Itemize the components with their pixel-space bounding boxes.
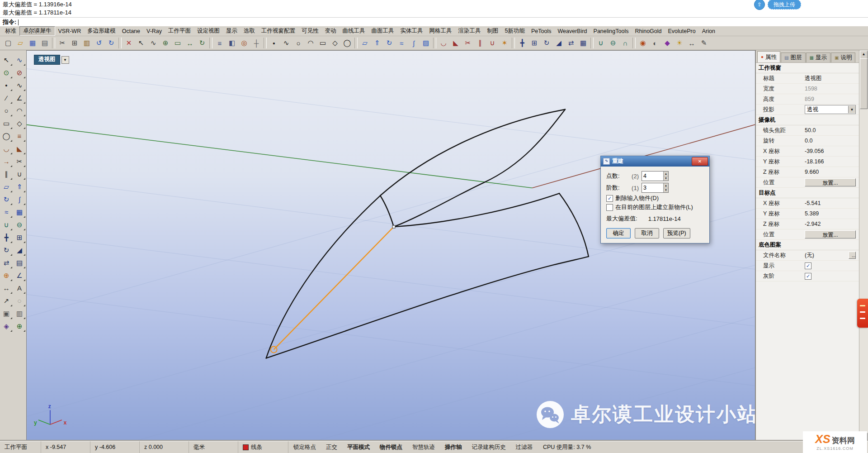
menu-item-10[interactable]: 选取 — [241, 27, 258, 35]
checkbox[interactable]: ✓ — [805, 262, 811, 269]
status-toggle-操作轴[interactable]: 操作轴 — [440, 443, 467, 451]
array-icon[interactable]: ▤ — [14, 257, 26, 269]
chevron-down-icon[interactable]: ▼ — [848, 106, 855, 113]
point-count-spinner[interactable]: ▲▼ — [663, 172, 668, 181]
pan-view-icon[interactable]: ↔ — [184, 37, 196, 49]
group-icon[interactable]: ◈ — [0, 320, 13, 332]
undo-icon[interactable]: ↺ — [93, 37, 105, 49]
split-icon[interactable]: ∥ — [474, 37, 486, 49]
extend-curve-icon[interactable]: → — [0, 155, 13, 167]
join-icon[interactable]: ∪ — [14, 168, 26, 180]
floating-badge[interactable] — [857, 299, 868, 328]
ellipse-icon[interactable]: ◯ — [0, 130, 13, 142]
viewport-title[interactable]: 透视图 — [34, 55, 60, 65]
status-toggle-锁定格点[interactable]: 锁定格点 — [288, 443, 321, 451]
rectangle-icon[interactable]: ▭ — [317, 37, 329, 49]
new-on-current-layer-checkbox[interactable] — [606, 204, 613, 211]
circle-icon[interactable]: ○ — [0, 105, 13, 117]
rotate-object-icon[interactable]: ↻ — [541, 37, 552, 49]
select-pointer-icon[interactable]: ↖ — [135, 37, 147, 49]
explode-icon[interactable]: ✶ — [499, 37, 510, 49]
place-button[interactable]: 放置... — [805, 230, 856, 238]
menu-item-15[interactable]: 曲面工具 — [368, 27, 397, 35]
command-input[interactable] — [18, 19, 19, 25]
boolean-union-icon[interactable]: ∪ — [595, 37, 607, 49]
annotate-icon[interactable]: ✎ — [698, 37, 710, 49]
menu-item-21[interactable]: PeTools — [528, 28, 554, 35]
layer-tools-icon[interactable]: ▥ — [14, 307, 26, 319]
points-off-icon[interactable]: ⊘ — [14, 67, 26, 79]
menu-item-19[interactable]: 制图 — [484, 27, 502, 35]
status-layer[interactable]: 线条 — [238, 441, 288, 453]
surface-plane-icon[interactable]: ▱ — [359, 37, 371, 49]
offset-curve-icon[interactable]: ≡ — [14, 130, 26, 142]
extrude-surface-icon[interactable]: ⇑ — [14, 181, 26, 193]
boolean-union-icon[interactable]: ∪ — [0, 219, 13, 231]
array-icon[interactable]: ▦ — [577, 37, 589, 49]
fillet-icon[interactable]: ◡ — [438, 37, 449, 49]
move-icon[interactable]: ╋ — [0, 231, 13, 243]
place-button[interactable]: 放置... — [805, 178, 856, 186]
status-toggle-记录建构历史[interactable]: 记录建构历史 — [467, 443, 511, 451]
menu-item-12[interactable]: 可见性 — [298, 27, 322, 35]
arc-icon[interactable]: ◠ — [305, 37, 316, 49]
copy-object-icon[interactable]: ⊞ — [528, 37, 540, 49]
rotate-view-icon[interactable]: ↻ — [196, 37, 208, 49]
tab-layers[interactable]: ▤图层 — [781, 52, 805, 62]
move-icon[interactable]: ╋ — [516, 37, 528, 49]
status-toggle-智慧轨迹[interactable]: 智慧轨迹 — [407, 443, 440, 451]
tab-help[interactable]: ▣说明 — [831, 52, 855, 62]
upload-button[interactable]: 拖拽上传 — [768, 0, 801, 10]
object-snap-icon[interactable]: ◎ — [238, 37, 250, 49]
dialog-close-button[interactable]: ✕ — [692, 157, 708, 166]
menu-item-9[interactable]: 显示 — [223, 27, 241, 35]
status-toggle-过滤器[interactable]: 过滤器 — [511, 443, 538, 451]
render-icon[interactable]: ◉ — [637, 37, 649, 49]
menu-item-8[interactable]: 设定视图 — [194, 27, 223, 35]
model-curve[interactable] — [559, 193, 589, 257]
patch-icon[interactable]: ▨ — [420, 37, 432, 49]
status-toggle-平面模式[interactable]: 平面模式 — [342, 443, 375, 451]
cancel-button[interactable]: 取消 — [635, 228, 659, 238]
delete-icon[interactable]: ✕ — [123, 37, 135, 49]
mirror-icon[interactable]: ⇄ — [0, 257, 13, 269]
lights-icon[interactable]: ☀ — [674, 37, 685, 49]
menu-item-4[interactable]: 多边形建模 — [84, 27, 119, 35]
scale-object-icon[interactable]: ◢ — [553, 37, 565, 49]
cut-icon[interactable]: ✂ — [57, 37, 68, 49]
trim-icon[interactable]: ✂ — [462, 37, 474, 49]
hide-object-icon[interactable]: ◌ — [14, 295, 26, 307]
sweep-icon[interactable]: ∫ — [408, 37, 420, 49]
menu-item-16[interactable]: 实体工具 — [397, 27, 426, 35]
menu-item-25[interactable]: EvolutePro — [665, 28, 699, 35]
viewport-perspective[interactable]: zxy 透视图 ▼ 卓尔谟工业设计小站 — [26, 50, 755, 441]
circle-icon[interactable]: ○ — [292, 37, 304, 49]
tab-properties[interactable]: ●属性 — [757, 51, 780, 62]
status-field-1[interactable]: 工作平面 — [0, 441, 41, 453]
control-points-on-icon[interactable]: ⊙ — [0, 67, 13, 79]
copy-to-clipboard-icon[interactable]: ⊞ — [69, 37, 80, 49]
freeform-curve-icon[interactable]: ∿ — [14, 79, 26, 91]
copy-object-icon[interactable]: ⊞ — [14, 231, 26, 243]
save-file-icon[interactable]: ▦ — [27, 37, 38, 49]
degree-input[interactable] — [642, 183, 663, 192]
menu-item-13[interactable]: 变动 — [322, 27, 340, 35]
model-curve[interactable] — [380, 110, 565, 196]
boolean-difference-icon[interactable]: ⊖ — [14, 219, 26, 231]
model-curve[interactable] — [380, 196, 394, 227]
extrude-icon[interactable]: ⇑ — [371, 37, 383, 49]
menu-item-23[interactable]: PanelingTools — [590, 28, 632, 35]
select-lasso-icon[interactable]: ∿ — [147, 37, 159, 49]
preview-button[interactable]: 预览(P) — [663, 228, 690, 238]
layer-manager-icon[interactable]: ≡ — [214, 37, 226, 49]
grid-snap-icon[interactable]: ┼ — [250, 37, 262, 49]
revolve-icon[interactable]: ↻ — [0, 193, 13, 205]
tab-display[interactable]: ▦显示 — [806, 52, 830, 62]
select-pointer-icon[interactable]: ↖ — [0, 54, 13, 66]
point-icon[interactable]: • — [268, 37, 280, 49]
join-icon[interactable]: ∪ — [486, 37, 498, 49]
lock-object-icon[interactable]: ▣ — [0, 307, 13, 319]
line-icon[interactable]: ∕ — [0, 92, 13, 104]
menu-item-2[interactable]: 卓尔谟犀牛 — [19, 26, 55, 36]
boolean-intersection-icon[interactable]: ∩ — [619, 37, 631, 49]
